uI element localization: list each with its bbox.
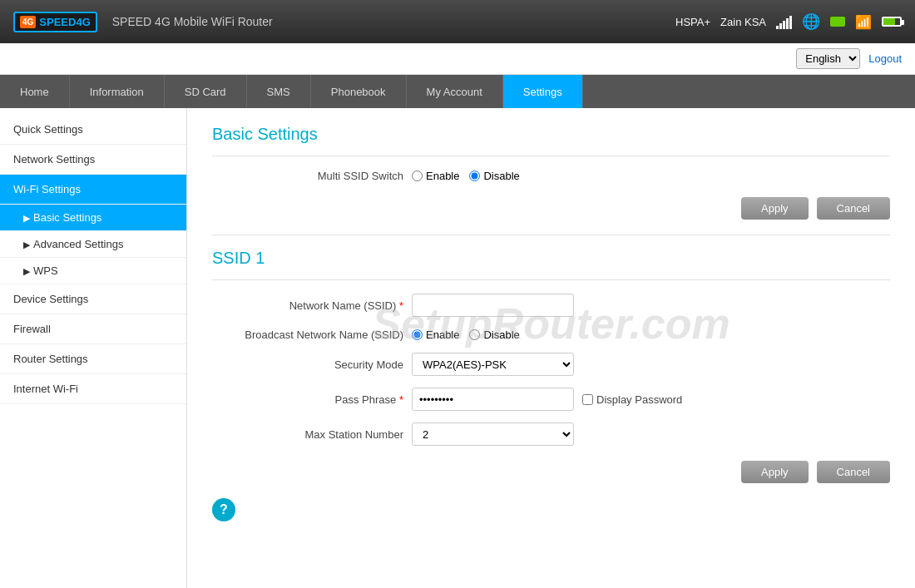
nav-information[interactable]: Information <box>70 75 165 108</box>
logout-link[interactable]: Logout <box>868 52 902 65</box>
max-station-row: Max Station Number 1 2 3 4 5 6 7 8 <box>212 422 890 446</box>
bar1 <box>776 26 779 29</box>
multi-ssid-disable-radio[interactable] <box>469 170 480 181</box>
broadcast-label: Broadcast Network Name (SSID) <box>212 329 403 341</box>
nav-settings[interactable]: Settings <box>503 75 583 108</box>
broadcast-disable-label: Disable <box>483 329 519 341</box>
sidebar-router-settings[interactable]: Router Settings <box>0 344 186 374</box>
nav-myaccount[interactable]: My Account <box>407 75 503 108</box>
app-header: 4G SPEED4G SPEED 4G Mobile WiFi Router H… <box>0 0 915 43</box>
nav-phonebook[interactable]: Phonebook <box>311 75 407 108</box>
broadcast-row: Broadcast Network Name (SSID) Enable Dis… <box>212 329 890 341</box>
network-name-input[interactable] <box>412 294 574 317</box>
ssid1-btn-row: Apply Cancel <box>212 461 890 483</box>
basic-settings-btn-row: Apply Cancel <box>212 197 890 220</box>
logo-icon: 4G <box>20 16 36 28</box>
sidebar-internet-wifi[interactable]: Internet Wi-Fi <box>0 374 186 404</box>
broadcast-enable-radio[interactable] <box>412 329 423 340</box>
nav-sms[interactable]: SMS <box>247 75 311 108</box>
broadcast-disable-option[interactable]: Disable <box>469 329 519 341</box>
sidebar-advanced-settings[interactable]: ▶Advanced Settings <box>0 231 186 258</box>
arrow-icon-3: ▶ <box>23 266 30 276</box>
sidebar: Quick Settings Network Settings Wi-Fi Se… <box>0 108 187 588</box>
display-password-option[interactable]: Display Password <box>582 393 682 406</box>
display-password-checkbox[interactable] <box>582 394 593 405</box>
header-title: SPEED 4G Mobile WiFi Router <box>112 15 273 28</box>
brand-name: SPEED4G <box>39 16 90 28</box>
sidebar-device-settings[interactable]: Device Settings <box>0 284 186 314</box>
divider-2 <box>212 235 890 235</box>
wifi-icon: 📶 <box>855 14 872 30</box>
carrier-name: Zain KSA <box>720 16 766 28</box>
broadcast-disable-radio[interactable] <box>469 329 480 340</box>
sidebar-network-settings[interactable]: Network Settings <box>0 145 186 175</box>
language-select[interactable]: English <box>796 48 860 69</box>
display-password-label: Display Password <box>596 393 682 406</box>
required-star-2: * <box>399 393 403 406</box>
sidebar-firewall[interactable]: Firewall <box>0 314 186 344</box>
battery-icon <box>882 17 902 27</box>
main-nav: Home Information SD Card SMS Phonebook M… <box>0 75 915 108</box>
arrow-icon-2: ▶ <box>23 240 30 250</box>
main-layout: Quick Settings Network Settings Wi-Fi Se… <box>0 108 915 588</box>
multi-ssid-disable-option[interactable]: Disable <box>469 170 519 182</box>
arrow-icon: ▶ <box>23 213 30 223</box>
content-wrapper: SetupRouter.com Basic Settings Multi SSI… <box>212 125 890 521</box>
basic-settings-apply-btn[interactable]: Apply <box>741 197 809 220</box>
max-station-label: Max Station Number <box>212 428 403 441</box>
ssid1-title: SSID 1 <box>212 249 890 268</box>
sidebar-wifi-settings[interactable]: Wi-Fi Settings <box>0 175 186 205</box>
nav-sdcard[interactable]: SD Card <box>165 75 247 108</box>
bar5 <box>789 16 792 29</box>
divider-1 <box>212 156 890 156</box>
disable-label: Disable <box>483 170 519 182</box>
required-star: * <box>399 299 403 312</box>
multi-ssid-enable-radio[interactable] <box>412 170 423 181</box>
ssid1-apply-btn[interactable]: Apply <box>741 461 809 483</box>
sidebar-quick-settings[interactable]: Quick Settings <box>0 115 186 145</box>
header-status: HSPA+ Zain KSA 🌐 📶 <box>675 12 902 31</box>
network-type: HSPA+ <box>675 16 710 28</box>
help-button[interactable]: ? <box>212 498 235 521</box>
globe-icon: 🌐 <box>802 12 820 31</box>
multi-ssid-enable-option[interactable]: Enable <box>412 170 459 182</box>
nav-home[interactable]: Home <box>0 75 70 108</box>
bar3 <box>783 21 785 29</box>
multi-ssid-label: Multi SSID Switch <box>212 170 403 182</box>
main-content: SetupRouter.com Basic Settings Multi SSI… <box>187 108 915 588</box>
pass-phrase-label: Pass Phrase * <box>212 393 403 406</box>
divider-3 <box>212 279 890 280</box>
security-mode-label: Security Mode <box>212 358 403 371</box>
pass-phrase-row: Pass Phrase * Display Password <box>212 388 890 411</box>
broadcast-enable-label: Enable <box>426 329 459 341</box>
pass-phrase-input[interactable] <box>412 388 574 411</box>
green-signal-icon <box>830 17 845 27</box>
basic-settings-title: Basic Settings <box>212 125 890 144</box>
top-bar: English Logout <box>0 43 915 75</box>
multi-ssid-row: Multi SSID Switch Enable Disable <box>212 170 890 182</box>
sidebar-wps[interactable]: ▶WPS <box>0 258 186 284</box>
security-mode-select[interactable]: WPA2(AES)-PSK WPA-PSK WEP None <box>412 353 574 376</box>
multi-ssid-radio-group: Enable Disable <box>412 170 520 182</box>
enable-label: Enable <box>426 170 459 182</box>
sidebar-basic-settings[interactable]: ▶Basic Settings <box>0 205 186 231</box>
network-name-row: Network Name (SSID) * <box>212 294 890 317</box>
broadcast-enable-option[interactable]: Enable <box>412 329 459 341</box>
logo-box: 4G SPEED4G <box>13 12 97 32</box>
security-mode-row: Security Mode WPA2(AES)-PSK WPA-PSK WEP … <box>212 353 890 376</box>
battery-fill <box>883 18 895 25</box>
bar4 <box>786 18 789 29</box>
max-station-select[interactable]: 1 2 3 4 5 6 7 8 <box>412 422 574 446</box>
signal-bars <box>776 14 792 29</box>
basic-settings-cancel-btn[interactable]: Cancel <box>817 197 890 220</box>
logo-area: 4G SPEED4G SPEED 4G Mobile WiFi Router <box>13 12 675 32</box>
ssid1-cancel-btn[interactable]: Cancel <box>817 461 890 483</box>
bar2 <box>779 23 782 29</box>
network-name-label: Network Name (SSID) * <box>212 299 403 312</box>
broadcast-radio-group: Enable Disable <box>412 329 520 341</box>
